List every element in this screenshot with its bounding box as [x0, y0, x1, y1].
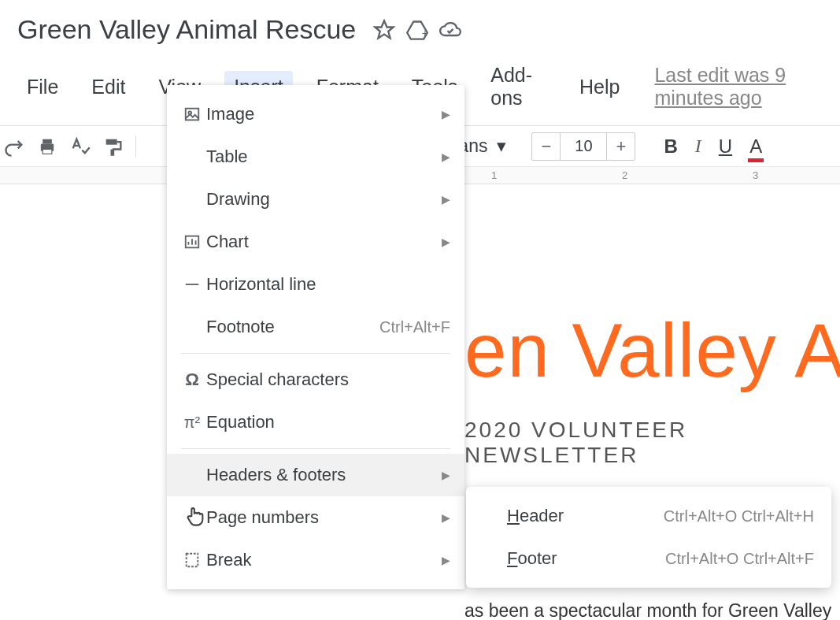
insert-equation[interactable]: π² Equation	[167, 401, 464, 444]
document-title[interactable]: Green Valley Animal Rescue	[17, 14, 356, 45]
insert-header[interactable]: Header Ctrl+Alt+O Ctrl+Alt+H	[466, 495, 831, 537]
bold-button[interactable]: B	[664, 136, 677, 158]
insert-table[interactable]: Table ▶	[167, 136, 464, 178]
submenu-arrow-icon: ▶	[442, 554, 450, 566]
redo-icon[interactable]	[3, 136, 25, 158]
insert-footnote[interactable]: Footnote Ctrl+Alt+F	[167, 306, 464, 348]
font-size-value[interactable]: 10	[561, 137, 606, 155]
ruler-mark: 1	[491, 169, 497, 181]
ruler-mark: 3	[753, 169, 758, 181]
svg-rect-4	[43, 149, 52, 154]
svg-rect-5	[106, 139, 117, 144]
submenu-arrow-icon: ▶	[442, 469, 450, 481]
insert-chart[interactable]: Chart ▶	[167, 221, 464, 263]
hline-icon	[178, 276, 206, 293]
toolbar-separator	[135, 136, 136, 158]
insert-horizontal-line[interactable]: Horizontal line	[167, 263, 464, 306]
font-size-increase[interactable]: +	[606, 133, 635, 160]
document-subtitle[interactable]: 2020 VOLUNTEER NEWSLETTER	[464, 418, 840, 468]
submenu-arrow-icon: ▶	[442, 150, 450, 163]
image-icon	[178, 106, 206, 123]
chart-icon	[178, 233, 206, 251]
omega-icon: Ω	[178, 369, 206, 390]
submenu-arrow-icon: ▶	[442, 511, 450, 524]
submenu-arrow-icon: ▶	[442, 193, 450, 206]
pointer-cursor-icon	[184, 504, 206, 531]
svg-rect-3	[43, 139, 52, 143]
paint-format-icon[interactable]	[102, 136, 124, 158]
insert-menu-dropdown: Image ▶ Table ▶ Drawing ▶ Chart ▶ Horizo…	[167, 85, 464, 589]
insert-drawing[interactable]: Drawing ▶	[167, 178, 464, 221]
menu-file[interactable]: File	[17, 71, 68, 103]
text-color-button[interactable]: A	[749, 136, 762, 158]
document-heading[interactable]: en Valley Ani	[464, 307, 840, 394]
document-paragraph[interactable]: as been a spectacular month for Green Va…	[464, 600, 831, 620]
font-size-decrease[interactable]: −	[532, 133, 561, 160]
insert-special-characters[interactable]: Ω Special characters	[167, 358, 464, 401]
spellcheck-icon[interactable]	[69, 136, 91, 158]
svg-rect-6	[186, 109, 199, 121]
submenu-arrow-icon: ▶	[442, 236, 450, 248]
insert-break[interactable]: Break ▶	[167, 539, 464, 581]
pi-icon: π²	[178, 414, 206, 432]
svg-rect-10	[187, 554, 198, 567]
break-icon	[178, 551, 206, 569]
cloud-saved-icon[interactable]	[439, 19, 461, 41]
italic-button[interactable]: I	[695, 136, 701, 157]
menu-addons[interactable]: Add-ons	[481, 59, 556, 114]
last-edit-link[interactable]: Last edit was 9 minutes ago	[654, 64, 840, 110]
insert-footer[interactable]: Footer Ctrl+Alt+O Ctrl+Alt+F	[466, 537, 831, 580]
svg-text:+: +	[422, 27, 428, 39]
ruler-mark: 2	[622, 169, 627, 181]
chevron-down-icon: ▾	[497, 136, 506, 157]
star-icon[interactable]	[373, 19, 395, 41]
menu-separator	[181, 353, 450, 354]
menu-help[interactable]: Help	[570, 71, 629, 103]
headers-footers-submenu: Header Ctrl+Alt+O Ctrl+Alt+H Footer Ctrl…	[466, 487, 831, 588]
submenu-arrow-icon: ▶	[442, 108, 450, 121]
document-canvas[interactable]: en Valley Ani 2020 VOLUNTEER NEWSLETTER …	[464, 307, 840, 468]
insert-image[interactable]: Image ▶	[167, 93, 464, 136]
print-icon[interactable]	[36, 136, 58, 158]
insert-page-numbers[interactable]: Page numbers ▶	[167, 496, 464, 539]
drive-icon[interactable]: +	[406, 19, 428, 41]
underline-button[interactable]: U	[719, 136, 732, 158]
svg-marker-0	[376, 20, 394, 38]
insert-headers-footers[interactable]: Headers & footers ▶	[167, 454, 464, 496]
menu-separator	[181, 448, 450, 449]
font-size-stepper: − 10 +	[531, 132, 635, 161]
menu-edit[interactable]: Edit	[82, 71, 135, 103]
